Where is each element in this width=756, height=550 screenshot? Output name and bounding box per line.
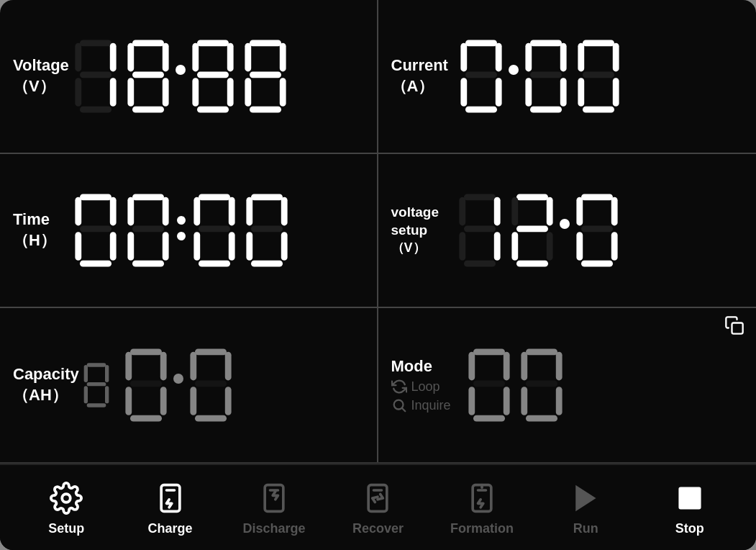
svg-rect-65 [229, 197, 235, 226]
svg-rect-82 [493, 232, 500, 261]
svg-rect-96 [611, 232, 617, 261]
svg-rect-100 [105, 365, 109, 382]
svg-rect-69 [199, 261, 230, 267]
svg-rect-95 [576, 232, 583, 261]
recover-button[interactable]: Recover [345, 479, 410, 536]
stop-button[interactable]: Stop [657, 479, 722, 536]
svg-rect-92 [576, 197, 583, 226]
svg-rect-24 [250, 71, 281, 78]
svg-rect-117 [225, 387, 232, 415]
svg-marker-146 [576, 486, 595, 510]
recover-label: Recover [352, 521, 404, 536]
capacity-cell: Capacity （AH） [0, 308, 378, 462]
svg-rect-35 [530, 40, 562, 46]
svg-rect-59 [132, 225, 164, 232]
svg-rect-81 [459, 232, 465, 261]
svg-rect-78 [459, 197, 465, 226]
svg-rect-2 [110, 43, 117, 72]
voltage-setup-cell: voltagesetup（V） [378, 154, 757, 308]
run-button[interactable]: Run [553, 479, 618, 536]
svg-rect-60 [127, 232, 134, 261]
time-cell: Time （H） [0, 154, 378, 308]
current-display [456, 37, 624, 116]
charge-button[interactable]: Charge [138, 479, 203, 536]
run-icon [567, 479, 604, 517]
svg-rect-27 [250, 107, 281, 113]
setup-icon [47, 479, 85, 517]
svg-rect-21 [250, 40, 281, 46]
svg-rect-99 [83, 365, 87, 382]
svg-rect-135 [526, 415, 557, 422]
voltage-cell: Voltage （V） [0, 0, 378, 154]
svg-rect-62 [132, 261, 164, 267]
current-cell: Current （A） [378, 0, 757, 154]
svg-rect-66 [199, 225, 230, 232]
svg-rect-91 [581, 194, 613, 200]
svg-rect-9 [163, 43, 169, 72]
svg-rect-38 [530, 71, 562, 78]
charge-label: Charge [148, 521, 193, 536]
svg-rect-29 [460, 43, 467, 72]
svg-rect-14 [197, 40, 229, 46]
mode-loop-item: Loop [391, 379, 440, 395]
svg-rect-37 [560, 43, 566, 72]
stop-label: Stop [675, 521, 704, 536]
svg-rect-8 [127, 43, 134, 72]
svg-rect-54 [110, 232, 117, 261]
mode-panel: Mode Loop Inquire [391, 357, 451, 413]
svg-rect-130 [521, 352, 527, 381]
svg-rect-4 [75, 78, 81, 107]
colon-separator [177, 216, 186, 240]
mode-title: Mode [391, 357, 432, 376]
svg-rect-83 [464, 261, 496, 267]
svg-rect-134 [555, 387, 562, 415]
svg-rect-147 [679, 487, 700, 508]
capacity-display [121, 346, 236, 425]
svg-rect-90 [516, 261, 548, 267]
svg-rect-77 [464, 194, 496, 200]
svg-rect-108 [130, 380, 162, 387]
svg-rect-113 [190, 352, 196, 381]
run-label: Run [573, 521, 598, 536]
svg-rect-46 [578, 78, 584, 107]
setup-label: Setup [48, 521, 84, 536]
svg-rect-52 [80, 225, 111, 232]
device-panel: Voltage （V） [0, 0, 756, 550]
recover-icon [359, 479, 396, 517]
setup-button[interactable]: Setup [34, 479, 99, 536]
svg-rect-101 [86, 382, 106, 386]
formation-button[interactable]: Formation [450, 479, 514, 536]
formation-icon [463, 479, 501, 517]
svg-rect-89 [546, 232, 552, 261]
svg-rect-33 [495, 78, 501, 107]
svg-rect-118 [195, 415, 227, 422]
svg-rect-43 [578, 43, 584, 72]
inquire-icon [391, 397, 407, 413]
discharge-icon [255, 479, 293, 517]
loop-icon [391, 379, 407, 395]
capacity-label: Capacity （AH） [13, 364, 79, 405]
svg-rect-109 [125, 387, 132, 415]
svg-rect-132 [526, 380, 557, 387]
svg-rect-133 [521, 387, 527, 415]
svg-rect-128 [473, 415, 505, 422]
svg-rect-106 [125, 352, 132, 381]
svg-rect-55 [80, 261, 111, 267]
decimal-dot [560, 219, 570, 229]
voltage-label: Voltage （V） [13, 55, 70, 96]
svg-rect-50 [75, 197, 81, 226]
svg-rect-15 [192, 43, 199, 72]
svg-rect-61 [163, 232, 169, 261]
svg-rect-75 [281, 232, 288, 261]
svg-rect-123 [468, 352, 475, 381]
voltage-setup-display [455, 191, 622, 270]
svg-rect-74 [246, 232, 252, 261]
svg-rect-112 [195, 348, 227, 355]
svg-rect-23 [280, 43, 286, 72]
svg-rect-122 [473, 348, 505, 355]
discharge-button[interactable]: Discharge [242, 479, 306, 536]
svg-rect-127 [503, 387, 509, 415]
svg-rect-40 [560, 78, 566, 107]
voltage-setup-label: voltagesetup（V） [391, 204, 449, 257]
svg-rect-49 [80, 194, 111, 200]
